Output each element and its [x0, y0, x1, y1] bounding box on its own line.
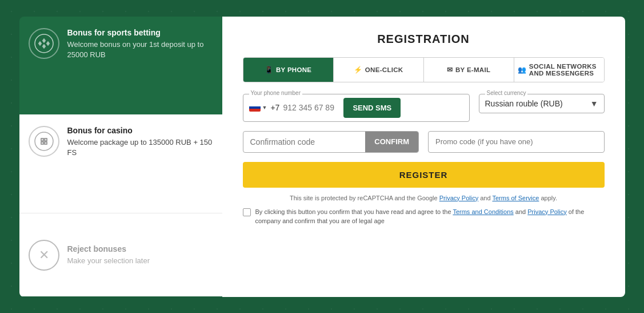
registration-tabs: 📱 BY PHONE ⚡ ONE-CLICK ✉ BY E-MAIL 👥 SOC…	[243, 57, 605, 82]
sports-bonus-card[interactable]: Bonus for sports betting Welcome bonus o…	[19, 17, 222, 115]
svg-point-5	[35, 132, 53, 150]
confirmation-code-wrap: Confirm	[243, 131, 419, 153]
sports-bonus-title: Bonus for sports betting	[67, 28, 213, 37]
currency-chevron-icon: ▼	[590, 99, 598, 108]
svg-marker-2	[46, 41, 50, 46]
terms-and: and	[515, 208, 527, 215]
left-panel: Bonus for sports betting Welcome bonus o…	[19, 17, 222, 297]
terms-text: By clicking this button you confirm that…	[255, 207, 605, 226]
form-title: REGISTRATION	[243, 33, 605, 46]
recaptcha-and: and	[480, 195, 490, 201]
svg-marker-3	[38, 41, 42, 46]
sports-bonus-icon	[29, 28, 59, 59]
terms-privacy-link[interactable]: Privacy Policy	[527, 208, 566, 215]
currency-label: Select currency	[485, 90, 528, 96]
terms-checkbox[interactable]	[243, 208, 251, 216]
svg-point-0	[35, 34, 53, 53]
russia-flag	[249, 104, 261, 112]
currency-select-row[interactable]: Russian rouble (RUB) ▼	[485, 99, 598, 108]
phone-input-row: ▼ +7 Send SMS	[249, 98, 463, 118]
svg-marker-4	[42, 44, 46, 49]
casino-bonus-title: Bonus for casino	[67, 126, 213, 135]
tab-one-click-label: ONE-CLICK	[365, 66, 403, 73]
promo-code-wrap	[428, 131, 605, 153]
confirm-button[interactable]: Confirm	[365, 132, 418, 152]
right-panel: REGISTRATION 📱 BY PHONE ⚡ ONE-CLICK ✉ BY…	[222, 17, 625, 297]
confirmation-code-input[interactable]	[243, 132, 366, 152]
sports-bonus-desc: Welcome bonus on your 1st deposit up to …	[67, 39, 213, 60]
reject-bonus-icon: ✕	[29, 240, 59, 271]
terms-row: By clicking this button you confirm that…	[243, 207, 605, 226]
phone-tab-icon: 📱	[265, 66, 273, 74]
recaptcha-notice: This site is protected by reCAPTCHA and …	[243, 195, 605, 201]
main-container: Bonus for sports betting Welcome bonus o…	[19, 17, 625, 297]
casino-bonus-desc: Welcome package up to 135000 RUB + 150 F…	[67, 137, 213, 158]
oneclick-tab-icon: ⚡	[354, 66, 362, 74]
send-sms-button[interactable]: Send SMS	[343, 98, 401, 118]
tab-by-email[interactable]: ✉ BY E-MAIL	[424, 58, 514, 82]
privacy-policy-link[interactable]: Privacy Policy	[439, 195, 478, 201]
svg-marker-1	[42, 38, 46, 43]
currency-value: Russian rouble (RUB)	[485, 99, 563, 108]
confirmation-row: Confirm	[243, 131, 605, 153]
tab-one-click[interactable]: ⚡ ONE-CLICK	[334, 58, 424, 82]
currency-field-wrap: Select currency Russian rouble (RUB) ▼	[479, 94, 605, 113]
phone-prefix: +7	[270, 103, 279, 112]
tab-by-phone[interactable]: 📱 BY PHONE	[243, 58, 334, 82]
phone-field-wrap: Your phone number ▼ +7 Send SMS	[243, 94, 470, 122]
recaptcha-apply: apply.	[541, 195, 557, 201]
terms-text-prefix: By clicking this button you confirm that…	[255, 208, 451, 215]
register-button[interactable]: REGISTER	[243, 162, 605, 188]
tab-social-label: SOCIAL NETWORKS AND MESSENGERS	[529, 63, 601, 77]
email-tab-icon: ✉	[447, 66, 453, 74]
tab-by-email-label: BY E-MAIL	[455, 66, 490, 73]
svg-point-10	[41, 139, 43, 141]
casino-bonus-card[interactable]: Bonus for casino Welcome package up to 1…	[19, 114, 222, 213]
phone-number-input[interactable]	[283, 103, 340, 112]
reject-bonus-card[interactable]: ✕ Reject bonuses Make your selection lat…	[19, 213, 222, 296]
phone-currency-row: Your phone number ▼ +7 Send SMS Select c…	[243, 94, 605, 122]
tab-by-phone-label: BY PHONE	[276, 66, 311, 73]
casino-bonus-icon	[29, 126, 59, 157]
sports-bonus-text: Bonus for sports betting Welcome bonus o…	[67, 28, 213, 60]
promo-code-input[interactable]	[429, 132, 604, 152]
svg-point-13	[45, 142, 46, 144]
reject-bonus-desc: Make your selection later	[67, 256, 150, 266]
social-tab-icon: 👥	[518, 66, 526, 74]
svg-point-11	[45, 139, 46, 141]
reject-bonus-text: Reject bonuses Make your selection later	[67, 244, 150, 266]
svg-point-12	[41, 142, 43, 144]
terms-of-service-link[interactable]: Terms of Service	[492, 195, 539, 201]
terms-conditions-link[interactable]: Terms and Conditions	[453, 208, 513, 215]
reject-bonus-title: Reject bonuses	[67, 244, 150, 253]
flag-chevron-icon: ▼	[262, 105, 267, 110]
tab-social[interactable]: 👥 SOCIAL NETWORKS AND MESSENGERS	[514, 58, 604, 82]
flag-select[interactable]: ▼	[249, 104, 267, 112]
casino-bonus-text: Bonus for casino Welcome package up to 1…	[67, 126, 213, 158]
recaptcha-text: This site is protected by reCAPTCHA and …	[290, 195, 438, 201]
phone-label: Your phone number	[249, 90, 302, 96]
